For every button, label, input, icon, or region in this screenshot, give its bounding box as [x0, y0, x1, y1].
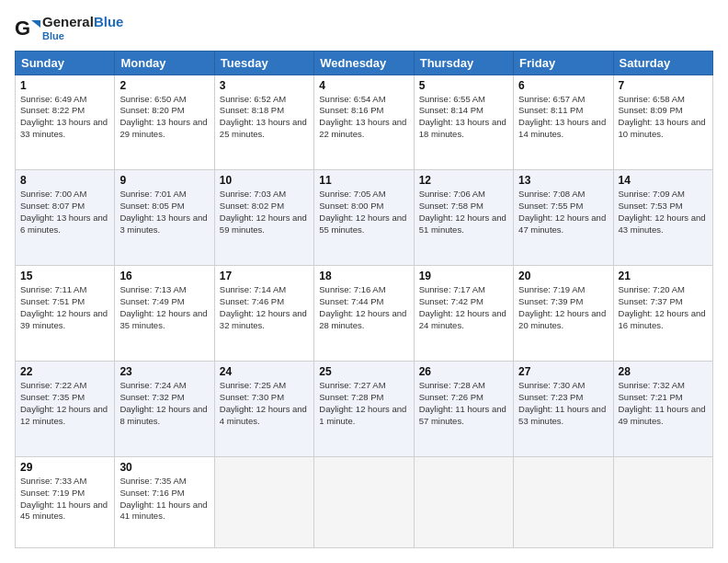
- day-info: Sunrise: 7:28 AMSunset: 7:26 PMDaylight:…: [419, 380, 508, 427]
- logo-blue: Blue: [94, 14, 124, 29]
- day-number: 26: [419, 365, 508, 378]
- calendar-cell: 25Sunrise: 7:27 AMSunset: 7:28 PMDayligh…: [314, 362, 414, 457]
- day-info: Sunrise: 7:19 AMSunset: 7:39 PMDaylight:…: [518, 284, 608, 331]
- calendar-header-row: Sunday Monday Tuesday Wednesday Thursday…: [16, 51, 713, 75]
- day-number: 22: [20, 365, 109, 378]
- day-info: Sunrise: 7:35 AMSunset: 7:16 PMDaylight:…: [119, 476, 209, 523]
- calendar-week-row: 15Sunrise: 7:11 AMSunset: 7:51 PMDayligh…: [16, 266, 713, 362]
- calendar-cell: 11Sunrise: 7:05 AMSunset: 8:00 PMDayligh…: [314, 170, 414, 266]
- calendar-cell: 19Sunrise: 7:17 AMSunset: 7:42 PMDayligh…: [414, 266, 513, 362]
- calendar-cell: [214, 456, 313, 547]
- calendar-cell: 20Sunrise: 7:19 AMSunset: 7:39 PMDayligh…: [514, 266, 613, 362]
- calendar-cell: 18Sunrise: 7:16 AMSunset: 7:44 PMDayligh…: [314, 266, 414, 362]
- col-wednesday: Wednesday: [314, 51, 414, 75]
- day-number: 23: [119, 365, 209, 378]
- day-info: Sunrise: 7:01 AMSunset: 8:05 PMDaylight:…: [119, 189, 209, 236]
- col-saturday: Saturday: [613, 51, 712, 75]
- calendar-week-row: 29Sunrise: 7:33 AMSunset: 7:19 PMDayligh…: [16, 456, 713, 547]
- day-info: Sunrise: 7:24 AMSunset: 7:32 PMDaylight:…: [119, 380, 209, 427]
- calendar-cell: 15Sunrise: 7:11 AMSunset: 7:51 PMDayligh…: [16, 266, 115, 362]
- day-info: Sunrise: 7:14 AMSunset: 7:46 PMDaylight:…: [220, 284, 309, 331]
- col-thursday: Thursday: [414, 51, 513, 75]
- day-info: Sunrise: 7:09 AMSunset: 7:53 PMDaylight:…: [619, 189, 708, 236]
- day-info: Sunrise: 7:17 AMSunset: 7:42 PMDaylight:…: [419, 284, 508, 331]
- day-info: Sunrise: 7:05 AMSunset: 8:00 PMDaylight:…: [319, 189, 408, 236]
- day-info: Sunrise: 7:13 AMSunset: 7:49 PMDaylight:…: [119, 284, 209, 331]
- day-number: 6: [518, 79, 608, 92]
- calendar-cell: 1Sunrise: 6:49 AMSunset: 8:22 PMDaylight…: [16, 75, 115, 170]
- day-number: 17: [220, 270, 309, 282]
- calendar-cell: 13Sunrise: 7:08 AMSunset: 7:55 PMDayligh…: [514, 170, 613, 266]
- col-monday: Monday: [115, 51, 214, 75]
- logo-icon: G: [15, 15, 40, 40]
- day-info: Sunrise: 7:08 AMSunset: 7:55 PMDaylight:…: [518, 189, 608, 236]
- col-friday: Friday: [514, 51, 613, 75]
- day-number: 29: [20, 461, 109, 474]
- day-number: 8: [20, 174, 109, 187]
- calendar-cell: 21Sunrise: 7:20 AMSunset: 7:37 PMDayligh…: [613, 266, 712, 362]
- day-number: 9: [119, 174, 209, 187]
- calendar-cell: 5Sunrise: 6:55 AMSunset: 8:14 PMDaylight…: [414, 75, 513, 170]
- day-info: Sunrise: 7:16 AMSunset: 7:44 PMDaylight:…: [319, 284, 408, 331]
- calendar-cell: 28Sunrise: 7:32 AMSunset: 7:21 PMDayligh…: [613, 362, 712, 457]
- day-number: 14: [619, 174, 708, 187]
- day-info: Sunrise: 7:06 AMSunset: 7:58 PMDaylight:…: [419, 189, 508, 236]
- calendar-cell: 3Sunrise: 6:52 AMSunset: 8:18 PMDaylight…: [214, 75, 313, 170]
- day-number: 24: [220, 365, 309, 378]
- day-number: 2: [119, 79, 209, 92]
- day-number: 15: [20, 270, 109, 282]
- calendar-cell: [613, 456, 712, 547]
- day-info: Sunrise: 6:57 AMSunset: 8:11 PMDaylight:…: [518, 94, 608, 141]
- calendar-cell: 9Sunrise: 7:01 AMSunset: 8:05 PMDaylight…: [115, 170, 214, 266]
- day-number: 16: [119, 270, 209, 282]
- calendar: Sunday Monday Tuesday Wednesday Thursday…: [15, 51, 713, 549]
- page: G GeneralBlue Blue Sunday Monday Tuesday…: [0, 0, 728, 563]
- day-info: Sunrise: 6:55 AMSunset: 8:14 PMDaylight:…: [419, 94, 508, 141]
- calendar-cell: 6Sunrise: 6:57 AMSunset: 8:11 PMDaylight…: [514, 75, 613, 170]
- day-number: 25: [319, 365, 408, 378]
- calendar-cell: 4Sunrise: 6:54 AMSunset: 8:16 PMDaylight…: [314, 75, 414, 170]
- calendar-cell: 26Sunrise: 7:28 AMSunset: 7:26 PMDayligh…: [414, 362, 513, 457]
- svg-text:G: G: [15, 17, 30, 40]
- calendar-week-row: 1Sunrise: 6:49 AMSunset: 8:22 PMDaylight…: [16, 75, 713, 170]
- day-number: 28: [619, 365, 708, 378]
- calendar-cell: 17Sunrise: 7:14 AMSunset: 7:46 PMDayligh…: [214, 266, 313, 362]
- day-info: Sunrise: 7:11 AMSunset: 7:51 PMDaylight:…: [20, 284, 109, 331]
- day-number: 1: [20, 79, 109, 92]
- day-number: 20: [518, 270, 608, 282]
- calendar-cell: 2Sunrise: 6:50 AMSunset: 8:20 PMDaylight…: [115, 75, 214, 170]
- day-number: 5: [419, 79, 508, 92]
- svg-marker-1: [31, 20, 40, 28]
- calendar-cell: [414, 456, 513, 547]
- col-sunday: Sunday: [16, 51, 115, 75]
- day-info: Sunrise: 7:33 AMSunset: 7:19 PMDaylight:…: [20, 476, 109, 523]
- day-number: 13: [518, 174, 608, 187]
- day-number: 27: [518, 365, 608, 378]
- day-info: Sunrise: 6:52 AMSunset: 8:18 PMDaylight:…: [220, 94, 309, 141]
- logo: G GeneralBlue Blue: [15, 15, 123, 41]
- calendar-cell: 14Sunrise: 7:09 AMSunset: 7:53 PMDayligh…: [613, 170, 712, 266]
- calendar-cell: 23Sunrise: 7:24 AMSunset: 7:32 PMDayligh…: [115, 362, 214, 457]
- calendar-week-row: 8Sunrise: 7:00 AMSunset: 8:07 PMDaylight…: [16, 170, 713, 266]
- day-info: Sunrise: 6:49 AMSunset: 8:22 PMDaylight:…: [20, 94, 109, 141]
- day-info: Sunrise: 7:32 AMSunset: 7:21 PMDaylight:…: [619, 380, 708, 427]
- calendar-week-row: 22Sunrise: 7:22 AMSunset: 7:35 PMDayligh…: [16, 362, 713, 457]
- calendar-cell: 10Sunrise: 7:03 AMSunset: 8:02 PMDayligh…: [214, 170, 313, 266]
- day-info: Sunrise: 7:22 AMSunset: 7:35 PMDaylight:…: [20, 380, 109, 427]
- header: G GeneralBlue Blue: [15, 15, 713, 41]
- calendar-cell: 27Sunrise: 7:30 AMSunset: 7:23 PMDayligh…: [514, 362, 613, 457]
- day-number: 4: [319, 79, 408, 92]
- day-number: 3: [220, 79, 309, 92]
- day-number: 7: [619, 79, 708, 92]
- day-number: 18: [319, 270, 408, 282]
- calendar-cell: 7Sunrise: 6:58 AMSunset: 8:09 PMDaylight…: [613, 75, 712, 170]
- day-info: Sunrise: 6:58 AMSunset: 8:09 PMDaylight:…: [619, 94, 708, 141]
- calendar-cell: 12Sunrise: 7:06 AMSunset: 7:58 PMDayligh…: [414, 170, 513, 266]
- day-info: Sunrise: 6:54 AMSunset: 8:16 PMDaylight:…: [319, 94, 408, 141]
- day-number: 19: [419, 270, 508, 282]
- calendar-cell: [514, 456, 613, 547]
- day-info: Sunrise: 7:03 AMSunset: 8:02 PMDaylight:…: [220, 189, 309, 236]
- day-info: Sunrise: 7:20 AMSunset: 7:37 PMDaylight:…: [619, 284, 708, 331]
- calendar-cell: 29Sunrise: 7:33 AMSunset: 7:19 PMDayligh…: [16, 456, 115, 547]
- day-number: 12: [419, 174, 508, 187]
